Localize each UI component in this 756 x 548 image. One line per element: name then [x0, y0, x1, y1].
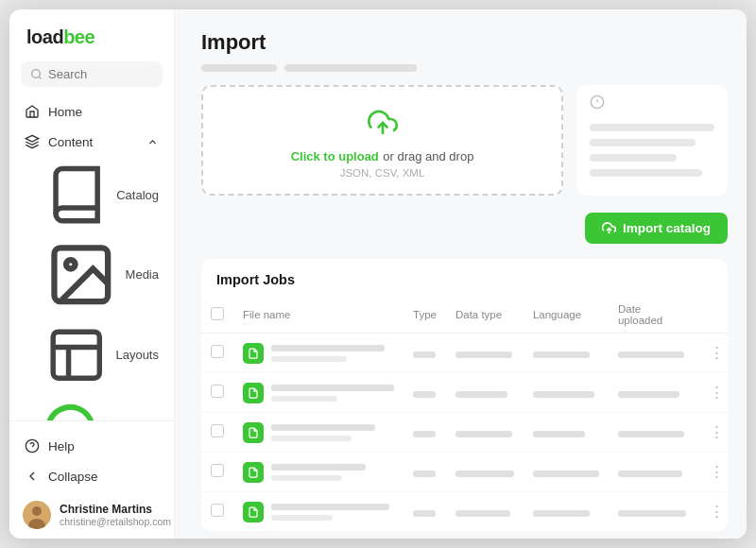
sidebar-item-catalog[interactable]: Catalog	[9, 157, 174, 232]
language-bar	[533, 391, 594, 398]
book-icon	[45, 163, 108, 226]
th-actions	[696, 297, 728, 334]
sidebar-item-import[interactable]: Import	[9, 392, 174, 420]
file-name-bar	[271, 385, 394, 391]
app-window: loadbee Home Content	[9, 9, 747, 539]
datatype-bar	[455, 431, 512, 437]
sidebar-item-content[interactable]: Content	[9, 127, 174, 157]
type-bar	[413, 391, 436, 398]
file-name-sub-bar	[271, 515, 333, 521]
upload-meta-panel	[576, 85, 728, 196]
logo-load: load	[26, 26, 63, 47]
table-row: ⋮	[201, 373, 728, 413]
upload-file-types: JSON, CSV, XML	[340, 167, 425, 179]
row-type-cell	[404, 373, 446, 413]
nav-section: Home Content Catalog	[9, 96, 174, 420]
import-catalog-button[interactable]: Import catalog	[585, 213, 728, 244]
file-name-info	[271, 385, 394, 402]
user-profile[interactable]: Christine Martins christine@retailshop.c…	[9, 491, 174, 539]
row-checkbox[interactable]	[211, 504, 224, 517]
page-title: Import	[201, 30, 720, 55]
file-name-info	[271, 504, 389, 521]
sidebar-bottom: Help Collapse Christine Martins	[9, 420, 174, 539]
select-all-checkbox[interactable]	[211, 307, 224, 320]
logo-bee: bee	[63, 26, 94, 47]
row-actions-cell: ⋮	[696, 453, 728, 492]
row-menu-button[interactable]: ⋮	[705, 460, 728, 484]
sidebar-item-home[interactable]: Home	[9, 96, 174, 127]
row-checkbox-cell	[201, 334, 233, 373]
main-content: Click to upload or drag and drop JSON, C…	[175, 64, 747, 539]
th-type: Type	[404, 297, 446, 334]
language-bar	[533, 510, 590, 517]
sidebar-item-collapse[interactable]: Collapse	[9, 461, 174, 491]
table-header-row: File name Type Data type Language	[201, 297, 728, 334]
row-type-cell	[404, 492, 446, 532]
th-data-type: Data type	[446, 297, 524, 334]
chevron-up-icon	[146, 136, 159, 148]
language-bar	[533, 431, 585, 437]
meta-bar-3	[590, 154, 677, 162]
sidebar-item-collapse-label: Collapse	[48, 470, 98, 484]
row-checkbox[interactable]	[211, 385, 224, 398]
svg-point-0	[32, 70, 41, 78]
import-jobs-section: Import Jobs File name Type	[201, 259, 728, 531]
help-circle-icon	[25, 438, 40, 454]
type-bar	[413, 510, 436, 517]
row-menu-button[interactable]: ⋮	[705, 381, 728, 404]
type-bar	[413, 351, 436, 358]
upload-dropzone[interactable]: Click to upload or drag and drop JSON, C…	[201, 85, 563, 196]
row-menu-button[interactable]: ⋮	[705, 341, 728, 365]
file-name-sub-bar	[271, 356, 347, 362]
upload-section: Click to upload or drag and drop JSON, C…	[201, 85, 728, 196]
avatar-image	[23, 501, 51, 529]
row-checkbox[interactable]	[211, 464, 224, 477]
th-file-name: File name	[233, 297, 404, 334]
row-datatype-cell	[446, 334, 524, 373]
search-box[interactable]	[21, 61, 163, 87]
sidebar-item-help[interactable]: Help	[9, 431, 174, 461]
upload-click-label[interactable]: Click to upload	[291, 149, 379, 163]
sidebar: loadbee Home Content	[9, 9, 175, 539]
date-bar	[618, 431, 684, 437]
search-input[interactable]	[48, 67, 153, 81]
file-name-info	[271, 464, 366, 481]
info-icon	[590, 94, 714, 112]
row-checkbox[interactable]	[211, 424, 224, 437]
file-name-bar	[271, 464, 366, 471]
table-row: ⋮	[201, 334, 728, 373]
date-bar	[618, 471, 682, 477]
file-icon	[243, 502, 264, 522]
row-date-cell	[609, 373, 696, 413]
row-menu-button[interactable]: ⋮	[705, 420, 728, 444]
row-file-name-cell	[233, 373, 404, 413]
svg-point-4	[66, 260, 75, 268]
row-datatype-cell	[446, 373, 524, 413]
row-language-cell	[524, 492, 609, 532]
sidebar-item-layouts[interactable]: Layouts	[9, 317, 174, 392]
row-language-cell	[524, 453, 609, 492]
svg-point-20	[32, 506, 42, 516]
file-name-info	[271, 345, 385, 362]
sidebar-item-help-label: Help	[48, 439, 75, 454]
user-name: Christine Martins	[60, 503, 171, 516]
row-actions-cell: ⋮	[696, 334, 728, 373]
row-language-cell	[524, 334, 609, 373]
file-name-sub-bar	[271, 475, 342, 481]
svg-rect-5	[53, 332, 99, 378]
sidebar-item-media[interactable]: Media	[9, 232, 174, 317]
datatype-bar	[455, 351, 512, 358]
file-name-bar	[271, 345, 385, 351]
date-bar	[618, 510, 686, 517]
row-menu-button[interactable]: ⋮	[705, 500, 728, 523]
th-date-uploaded: Date uploaded	[609, 297, 696, 334]
svg-marker-2	[26, 135, 38, 142]
row-checkbox[interactable]	[211, 345, 224, 358]
meta-bar-2	[590, 139, 696, 146]
file-icon	[243, 383, 264, 403]
file-icon	[243, 343, 264, 364]
table-row: ⋮	[201, 492, 728, 532]
row-checkbox-cell	[201, 453, 233, 492]
row-checkbox-cell	[201, 373, 233, 413]
file-icon	[243, 462, 264, 483]
